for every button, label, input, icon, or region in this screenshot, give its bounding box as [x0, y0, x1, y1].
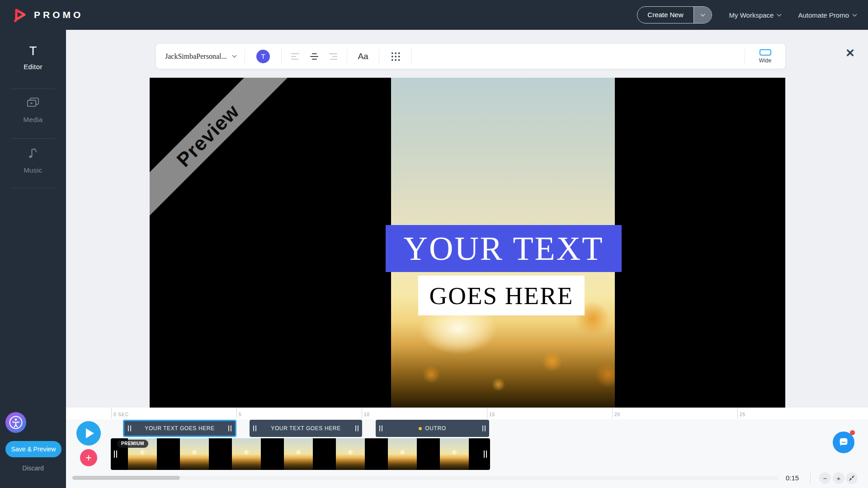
play-icon [86, 428, 94, 438]
text-tool-icon: T [0, 44, 66, 58]
video-thumbnail [388, 438, 417, 470]
clip-trim-handle-left[interactable] [253, 426, 256, 432]
promo-logo[interactable]: PROMO [12, 7, 83, 23]
my-workspace-menu[interactable]: My Workspace [729, 11, 781, 19]
clip-label: YOUR TEXT GOES HERE [271, 425, 340, 432]
create-new-caret[interactable] [693, 7, 712, 23]
controls-divider [810, 472, 811, 484]
brand-name: PROMO [34, 9, 83, 20]
chevron-down-icon [232, 53, 237, 58]
position-grid-icon[interactable] [391, 52, 400, 61]
align-left-button[interactable] [291, 53, 299, 60]
video-track-strip[interactable]: PREMIUM [111, 438, 490, 470]
clip-trim-handle-left[interactable] [379, 426, 382, 432]
add-clip-button[interactable]: + [80, 449, 97, 466]
create-new-button[interactable]: Create New [637, 6, 712, 23]
video-thumbnail [284, 438, 313, 470]
sidebar-divider [11, 138, 55, 139]
my-workspace-label: My Workspace [729, 11, 774, 19]
timeline-ruler[interactable] [66, 408, 868, 419]
ruler-tick: 15 [487, 408, 493, 418]
video-thumbnail [336, 438, 365, 470]
align-right-button[interactable] [329, 53, 337, 60]
collapse-arrows-icon [849, 475, 854, 481]
premium-dot-icon [419, 427, 422, 430]
create-new-label[interactable]: Create New [637, 7, 693, 23]
total-duration: 0:15 [786, 474, 799, 482]
sidebar-item-editor[interactable]: T Editor [0, 44, 66, 70]
chat-notification-dot [850, 430, 855, 435]
strip-trim-handle-left[interactable] [114, 450, 117, 458]
sidebar-item-label: Editor [0, 63, 66, 70]
clip-label: OUTRO [425, 425, 446, 432]
accessibility-person-icon [8, 415, 24, 430]
play-button[interactable] [76, 421, 101, 446]
sidebar-item-music[interactable]: Music [0, 146, 66, 174]
sidebar-divider [11, 188, 55, 188]
accessibility-button[interactable] [5, 412, 26, 433]
clip-trim-handle-left[interactable] [128, 426, 131, 432]
chevron-down-icon [777, 12, 782, 16]
promo-play-icon [12, 7, 28, 23]
sidebar-item-label: Music [0, 166, 66, 174]
automate-promo-label: Automate Promo [798, 11, 849, 19]
wide-aspect-icon [760, 49, 771, 56]
clip-trim-handle-right[interactable] [482, 426, 486, 432]
clip-trim-handle-right[interactable] [228, 426, 231, 432]
chevron-down-icon [853, 12, 857, 16]
alignment-section [282, 53, 347, 60]
media-frames-icon [0, 97, 66, 111]
position-grid-section [379, 52, 411, 61]
save-preview-button[interactable]: Save & Preview [5, 441, 61, 457]
chevron-down-icon [700, 12, 705, 16]
ruler-tick: 20 [612, 408, 618, 418]
promo-editor-app: PROMO Create New My Workspace Automate P… [0, 0, 868, 488]
discard-link[interactable]: Discard [0, 465, 66, 472]
zoom-out-button[interactable]: − [819, 472, 831, 484]
sidebar-item-media[interactable]: Media [0, 97, 66, 123]
strip-trim-handle-right[interactable] [484, 450, 487, 458]
toolbar-divider [411, 49, 412, 64]
text-clip-2[interactable]: YOUR TEXT GOES HERE [250, 420, 362, 437]
font-family-select[interactable]: JackSimbaPersonal... [156, 52, 245, 61]
clip-trim-handle-right[interactable] [355, 426, 359, 432]
top-bar: PROMO Create New My Workspace Automate P… [0, 0, 868, 30]
text-color-button[interactable]: T [256, 50, 270, 63]
timeline-scrollbar-track[interactable] [72, 476, 778, 480]
zoom-in-button[interactable]: + [833, 472, 844, 484]
video-canvas[interactable]: Preview YOUR TEXT GOES HERE [150, 78, 785, 408]
video-thumbnail [232, 438, 261, 470]
subline-text-box[interactable]: GOES HERE [418, 276, 585, 315]
left-sidebar: T Editor Media Music [0, 30, 66, 488]
text-format-toolbar: JackSimbaPersonal... T Aa Wide [156, 44, 785, 69]
ruler-tick: 25 [737, 408, 744, 418]
wide-label: Wide [759, 57, 771, 64]
text-color-section: T [245, 50, 281, 63]
video-thumbnail [440, 438, 469, 470]
sidebar-item-label: Media [0, 116, 66, 123]
ruler-tick: 10 [362, 408, 368, 418]
music-note-icon [0, 146, 66, 162]
text-clip-1-selected[interactable]: YOUR TEXT GOES HERE [123, 420, 236, 437]
font-family-value: JackSimbaPersonal... [165, 52, 226, 61]
fit-timeline-button[interactable] [846, 472, 858, 484]
top-nav: Create New My Workspace Automate Promo [637, 6, 856, 23]
timeline-scrollbar-thumb[interactable] [72, 476, 180, 480]
chat-bubble-icon [838, 436, 849, 448]
font-size-button[interactable]: Aa [347, 52, 379, 61]
align-center-button[interactable] [310, 53, 318, 60]
close-editor-button[interactable]: ✕ [845, 47, 855, 60]
outro-clip[interactable]: OUTRO [376, 420, 489, 437]
automate-promo-menu[interactable]: Automate Promo [798, 11, 856, 19]
wide-toggle[interactable]: Wide [745, 49, 785, 64]
preview-watermark-ribbon: Preview [150, 78, 321, 249]
sidebar-divider [11, 89, 55, 89]
clip-label: YOUR TEXT GOES HERE [145, 425, 214, 432]
premium-badge: PREMIUM [117, 440, 148, 448]
headline-text-box[interactable]: YOUR TEXT [386, 225, 622, 272]
ruler-tick: 0 SEC [111, 408, 127, 418]
ruler-tick: 5 [236, 408, 240, 418]
video-thumbnail [180, 438, 209, 470]
